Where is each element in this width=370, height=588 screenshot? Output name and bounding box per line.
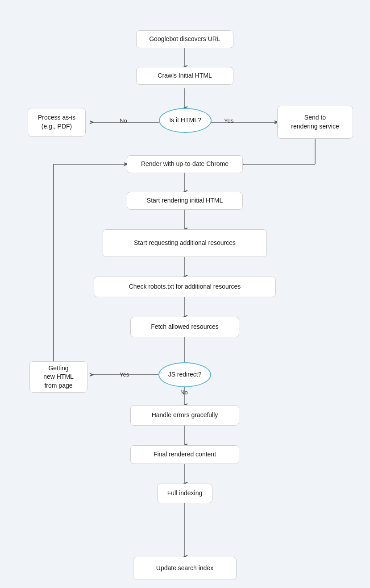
- node-googlebot: Googlebot discovers URL: [136, 30, 233, 48]
- node-getting-html: Gettingnew HTMLfrom page: [29, 361, 87, 393]
- node-update-search: Update search index: [133, 557, 237, 580]
- label-no-down: No: [180, 389, 188, 396]
- label-no-left: No: [120, 117, 127, 124]
- node-send-rendering: Send torendering service: [277, 106, 353, 139]
- node-handle-errors: Handle errors gracefully: [130, 405, 239, 426]
- node-full-indexing: Full indexing: [157, 484, 212, 503]
- node-process-as-is: Process as-is(e.g., PDF): [28, 108, 86, 137]
- node-fetch-allowed: Fetch allowed resources: [130, 317, 239, 337]
- node-check-robots: Check robots.txt for additional resource…: [94, 277, 276, 297]
- node-final-rendered: Final rendered content: [130, 445, 239, 464]
- node-ishtml: Is it HTML?: [159, 108, 212, 133]
- label-yes-left: Yes: [120, 371, 129, 378]
- label-yes-right: Yes: [224, 117, 233, 124]
- flowchart: Googlebot discovers URL Crawls Initial H…: [0, 9, 370, 588]
- node-start-rendering: Start rendering initial HTML: [127, 192, 243, 210]
- node-start-requesting: Start requesting additional resources: [103, 229, 267, 257]
- node-crawls: Crawls Initial HTML: [136, 67, 233, 85]
- node-render-chrome: Render with up-to-date Chrome: [127, 155, 243, 173]
- node-js-redirect: JS redirect?: [158, 362, 211, 387]
